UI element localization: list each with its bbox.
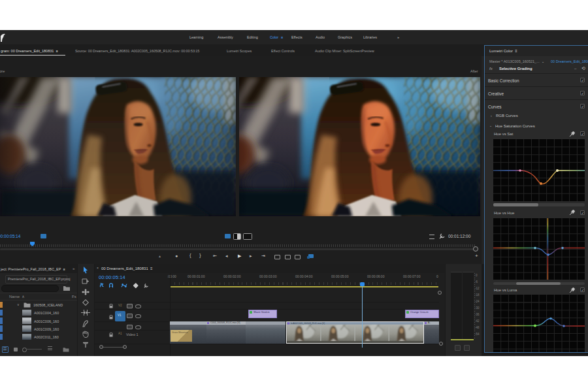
svg-text:fx A002C005_160508_R1JC.mov [V: fx A002C005_160508_R1JC.mov [V] (291, 322, 325, 325)
